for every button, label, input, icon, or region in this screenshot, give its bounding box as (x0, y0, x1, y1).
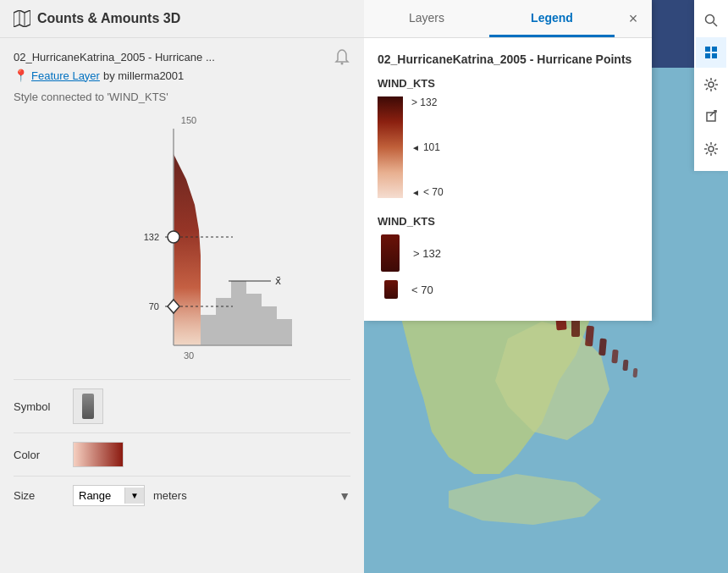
svg-rect-9 (246, 294, 262, 345)
svg-rect-8 (231, 281, 246, 345)
symbol-label: Symbol (14, 400, 73, 413)
gear-icon (703, 77, 719, 92)
layers-button[interactable] (696, 37, 726, 68)
svg-marker-0 (14, 10, 30, 27)
legend-grad-top: > 132 (411, 96, 444, 108)
svg-text:150: 150 (181, 115, 196, 125)
feature-layer-link-text[interactable]: Feature Layer (31, 69, 100, 82)
search-button[interactable] (696, 5, 726, 36)
symbol-inner (82, 394, 94, 419)
svg-rect-42 (705, 47, 710, 52)
svg-text:30: 30 (184, 350, 194, 361)
symbol-preview[interactable] (73, 388, 103, 424)
histogram-svg: 150 30 (63, 112, 301, 366)
legend-tab[interactable]: Legend (489, 1, 615, 37)
legend-cyl-small (384, 280, 398, 299)
svg-point-40 (706, 15, 714, 24)
layers-tab[interactable]: Layers (364, 1, 489, 37)
legend-gradient-labels: > 132 ◄ 101 ◄ < 70 (411, 96, 444, 198)
svg-point-3 (341, 63, 344, 65)
symbol-row: Symbol (14, 379, 350, 433)
mid-arrow: ◄ (411, 143, 420, 152)
panel-header: Counts & Amounts 3D (0, 0, 364, 38)
notification-icon[interactable] (334, 48, 350, 65)
settings-button[interactable] (696, 69, 726, 100)
svg-rect-45 (712, 53, 717, 58)
legend-symbols-section: WIND_KTS > 132 < 70 (378, 215, 638, 299)
feature-layer-link: 📍 Feature Layer by millerma2001 (14, 69, 350, 82)
legend-panel: Layers Legend × 02_HurricaneKatrina_2005… (364, 0, 652, 321)
legend-tabs: Layers Legend × (364, 0, 652, 38)
legend-symbol-row-small: < 70 (378, 280, 638, 299)
legend-symbol-title: WIND_KTS (378, 215, 638, 228)
select-arrow-icon[interactable]: ▼ (124, 488, 144, 504)
legend-symbol-label-large: > 132 (413, 247, 441, 260)
legend-gradient-bar (378, 96, 403, 198)
left-panel: Counts & Amounts 3D 02_HurricaneKatrina_… (0, 0, 364, 573)
legend-grad-bottom: ◄ < 70 (411, 186, 444, 198)
svg-line-41 (714, 23, 718, 27)
top-label: > 132 (411, 96, 437, 108)
mid-label: 101 (423, 141, 440, 153)
legend-body: 02_HurricaneKatrina_2005 - Hurricane Poi… (364, 38, 652, 321)
svg-rect-44 (705, 53, 710, 58)
export-icon (704, 110, 718, 124)
pin-icon: 📍 (14, 69, 28, 82)
bottom-label: < 70 (423, 186, 444, 198)
panel-content: 02_HurricaneKatrina_2005 - Hurricane ...… (0, 38, 364, 573)
size-dropdown-icon[interactable]: ▼ (339, 489, 350, 503)
svg-point-47 (709, 146, 714, 152)
layer-name: 02_HurricaneKatrina_2005 - Hurricane ... (14, 51, 215, 63)
size-select-wrapper[interactable]: Range Fixed ▼ (73, 485, 145, 506)
legend-gradient-section: WIND_KTS > 132 ◄ 101 ◄ (378, 77, 638, 198)
feature-layer-by: by millerma2001 (103, 69, 184, 82)
histogram-container[interactable]: 150 30 (63, 112, 301, 366)
svg-text:132: 132 (144, 232, 159, 242)
export-button[interactable] (696, 102, 726, 132)
size-row: Size Range Fixed ▼ meters ▼ (14, 476, 350, 515)
toolbar (694, 0, 728, 171)
right-side: Layers Legend × 02_HurricaneKatrina_2005… (364, 0, 728, 573)
svg-marker-12 (174, 154, 201, 345)
legend-cyl-large (381, 234, 400, 272)
layer-row: 02_HurricaneKatrina_2005 - Hurricane ... (14, 48, 350, 65)
close-button[interactable]: × (618, 3, 648, 34)
color-row: Color (14, 433, 350, 476)
map-icon (14, 10, 30, 27)
legend-grad-mid: ◄ 101 (411, 141, 444, 153)
color-preview[interactable] (73, 442, 124, 467)
color-label: Color (14, 449, 73, 461)
style-label: Style connected to 'WIND_KTS' (14, 91, 350, 103)
svg-rect-43 (712, 47, 717, 52)
size-label: Size (14, 489, 73, 502)
layers-icon (703, 45, 719, 60)
svg-point-46 (709, 82, 714, 87)
settings-button-2[interactable] (696, 134, 726, 164)
style-word: Style (14, 91, 38, 103)
bottom-arrow: ◄ (411, 188, 420, 197)
legend-layer-title: 02_HurricaneKatrina_2005 - Hurricane Poi… (378, 52, 638, 67)
size-unit: meters (153, 489, 187, 502)
legend-symbol-label-small: < 70 (411, 284, 433, 296)
svg-text:70: 70 (149, 301, 159, 311)
legend-gradient-title: WIND_KTS (378, 77, 638, 90)
gear-icon-2 (703, 141, 719, 157)
svg-rect-7 (216, 298, 231, 345)
svg-text:x̄: x̄ (275, 275, 281, 287)
search-icon (704, 14, 718, 27)
panel-title: Counts & Amounts 3D (37, 11, 180, 26)
svg-rect-11 (277, 319, 292, 345)
svg-rect-6 (201, 315, 216, 345)
size-select[interactable]: Range Fixed (74, 486, 124, 505)
svg-rect-10 (262, 306, 277, 345)
legend-symbol-row-large: > 132 (378, 234, 638, 272)
style-connected: connected to 'WIND_KTS' (41, 91, 168, 103)
svg-point-17 (168, 231, 179, 243)
